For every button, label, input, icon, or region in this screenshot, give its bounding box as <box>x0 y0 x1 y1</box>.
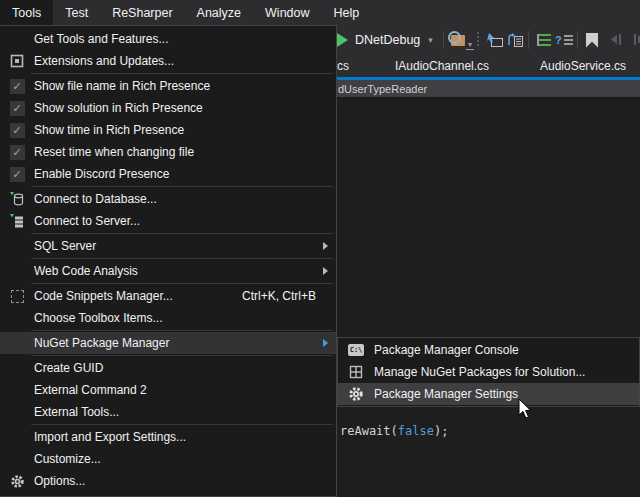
toolbar-separator <box>577 31 578 49</box>
package-grid-icon <box>338 365 374 379</box>
menu-item-nuget-package-manager[interactable]: NuGet Package Manager <box>0 332 336 354</box>
menu-item-show-time[interactable]: ✓ Show time in Rich Presence <box>0 119 336 141</box>
checkmark-icon: ✓ <box>0 79 34 94</box>
menu-item-label: Code Snippets Manager... <box>34 289 173 303</box>
menu-item-label: Get Tools and Features... <box>34 32 169 46</box>
checkmark-icon: ✓ <box>0 123 34 138</box>
menu-item-label: Show time in Rich Presence <box>34 123 184 137</box>
database-icon <box>0 191 34 207</box>
menu-item-label: Customize... <box>34 452 101 466</box>
checkmark-icon: ✓ <box>0 145 34 160</box>
format-document-button[interactable]: ? <box>555 25 573 55</box>
document-outline-icon <box>506 32 524 48</box>
menu-item-enable-discord-presence[interactable]: ✓ Enable Discord Presence <box>0 163 336 185</box>
menu-item-sql-server[interactable]: SQL Server <box>0 235 336 257</box>
bookmark-icon <box>586 33 598 48</box>
menu-item-customize[interactable]: Customize... <box>0 448 336 470</box>
indent-icon <box>537 34 551 46</box>
increase-indent-button[interactable] <box>535 25 551 55</box>
menu-item-show-file-name[interactable]: ✓ Show file name in Rich Presence <box>0 75 336 97</box>
menu-item-get-tools-and-features[interactable]: Get Tools and Features... <box>0 28 336 50</box>
toolbar-grip[interactable] <box>477 32 479 48</box>
menu-item-extensions-and-updates[interactable]: Extensions and Updates... <box>0 50 336 72</box>
menu-item-label: External Tools... <box>34 405 119 419</box>
code-text: reAwait( <box>340 424 398 438</box>
menu-item-label: Create GUID <box>34 361 103 375</box>
submenu-item-label: Package Manager Console <box>374 343 519 357</box>
navigate-to-button[interactable] <box>486 25 504 55</box>
submenu-arrow-icon <box>323 267 328 275</box>
server-icon <box>0 213 34 229</box>
prev-bookmark-icon <box>608 32 624 48</box>
console-icon: C:\ <box>338 344 374 356</box>
document-outline-button[interactable] <box>506 25 524 55</box>
menu-item-external-command-2[interactable]: External Command 2 <box>0 379 336 401</box>
search-solution-button[interactable] <box>451 25 465 55</box>
extensions-icon <box>0 54 34 68</box>
menubar-item-analyze[interactable]: Analyze <box>185 0 253 25</box>
start-debug-button[interactable] <box>337 25 348 55</box>
menu-item-label: Web Code Analysis <box>34 264 138 278</box>
debug-target-dropdown[interactable]: DNetDebug ▾ <box>355 25 433 55</box>
menu-item-label: Import and Export Settings... <box>34 430 186 444</box>
checkmark-icon: ✓ <box>0 101 34 116</box>
submenu-item-package-manager-settings[interactable]: Package Manager Settings <box>338 383 639 405</box>
toolbar-separator <box>443 31 444 49</box>
menu-item-import-export-settings[interactable]: Import and Export Settings... <box>0 426 336 448</box>
menu-item-connect-to-server[interactable]: Connect to Server... <box>0 210 336 232</box>
overflow-caret-icon: ▾ <box>466 42 474 50</box>
menu-item-label: Connect to Database... <box>34 192 157 206</box>
menu-item-create-guid[interactable]: Create GUID <box>0 357 336 379</box>
menu-item-label: SQL Server <box>34 239 96 253</box>
menu-item-options[interactable]: Options... <box>0 470 336 492</box>
play-icon <box>337 33 348 47</box>
menu-item-label: Show file name in Rich Presence <box>34 79 210 93</box>
gear-icon <box>338 386 374 402</box>
submenu-item-label: Package Manager Settings <box>374 387 518 401</box>
menu-item-code-snippets-manager[interactable]: Code Snippets Manager... Ctrl+K, Ctrl+B <box>0 285 336 307</box>
menu-item-web-code-analysis[interactable]: Web Code Analysis <box>0 260 336 282</box>
menu-item-reset-time[interactable]: ✓ Reset time when changing file <box>0 141 336 163</box>
mouse-cursor <box>518 398 532 419</box>
menubar-item-resharper[interactable]: ReSharper <box>100 0 184 25</box>
menu-item-label: Extensions and Updates... <box>34 54 174 68</box>
code-text: ); <box>434 424 448 438</box>
menu-item-label: Choose Toolbox Items... <box>34 311 163 325</box>
menu-item-label: Enable Discord Presence <box>34 167 169 181</box>
toolbar-separator <box>528 31 529 49</box>
submenu-arrow-icon <box>323 242 328 250</box>
menu-item-connect-to-database[interactable]: Connect to Database... <box>0 188 336 210</box>
menubar-item-tools[interactable]: Tools <box>0 0 53 25</box>
search-folder-icon <box>451 35 465 46</box>
menu-item-shortcut: Ctrl+K, Ctrl+B <box>242 289 336 303</box>
snippets-icon <box>0 290 34 303</box>
menu-item-choose-toolbox-items[interactable]: Choose Toolbox Items... <box>0 307 336 329</box>
submenu-arrow-icon <box>323 339 328 347</box>
visual-studio-window: context, string input, reAwait(false); d… <box>0 0 640 497</box>
menu-item-label: External Command 2 <box>34 383 147 397</box>
editor-navigation-bar[interactable]: dUserTypeReader <box>337 80 640 99</box>
tab-partial[interactable]: cs <box>337 59 349 73</box>
menu-item-label: Reset time when changing file <box>34 145 194 159</box>
chevron-down-icon: ▾ <box>428 35 433 45</box>
submenu-item-package-manager-console[interactable]: C:\ Package Manager Console <box>338 339 639 361</box>
menu-item-show-solution[interactable]: ✓ Show solution in Rich Presence <box>0 97 336 119</box>
format-document-icon: ? <box>555 34 573 46</box>
tab-audioservice[interactable]: AudioService.cs <box>540 59 626 73</box>
toggle-bookmark-button[interactable] <box>586 25 598 55</box>
menu-item-label: NuGet Package Manager <box>34 336 169 350</box>
code-line: reAwait(false); <box>340 424 448 438</box>
prev-bookmark-button[interactable] <box>608 25 624 55</box>
menu-item-label: Connect to Server... <box>34 214 140 228</box>
menu-bar: Tools Test ReSharper Analyze Window Help <box>0 0 640 25</box>
tab-iaudiochannel[interactable]: IAudioChannel.cs <box>395 59 489 73</box>
menu-item-label: Options... <box>34 474 85 488</box>
menubar-item-window[interactable]: Window <box>253 0 321 25</box>
menu-item-external-tools[interactable]: External Tools... <box>0 401 336 423</box>
menubar-item-help[interactable]: Help <box>322 0 372 25</box>
next-bookmark-button[interactable] <box>633 25 640 55</box>
menubar-item-test[interactable]: Test <box>53 0 100 25</box>
submenu-item-manage-nuget-packages[interactable]: Manage NuGet Packages for Solution... <box>338 361 639 383</box>
debug-target-label: DNetDebug <box>355 33 420 47</box>
navigate-to-icon <box>486 32 504 48</box>
